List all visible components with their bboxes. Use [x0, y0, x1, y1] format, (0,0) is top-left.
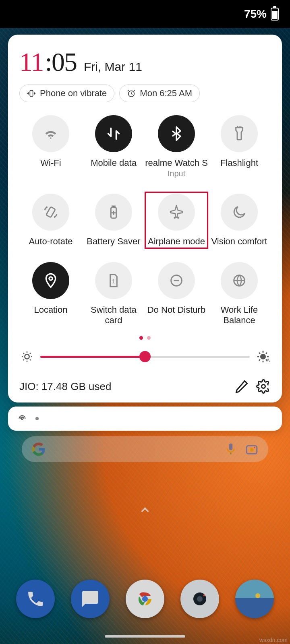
- status-chips: Phone on vibrate Mon 6:25 AM: [19, 85, 271, 102]
- tile-bluetooth[interactable]: realme Watch SInput: [145, 114, 208, 180]
- tile-switch-data[interactable]: Switch data card: [82, 260, 145, 327]
- google-icon: [31, 442, 46, 456]
- brightness-low-icon: [20, 350, 34, 363]
- gallery-app[interactable]: [235, 580, 274, 618]
- clock-minutes: :05: [45, 47, 77, 77]
- notification-collapsed[interactable]: [8, 407, 282, 431]
- tile-airplane-mode[interactable]: Airplane mode: [145, 192, 208, 248]
- alarm-chip-label: Mon 6:25 AM: [140, 88, 192, 99]
- tile-label: Vision comfort: [211, 236, 267, 247]
- tile-battery-saver[interactable]: Battery Saver: [82, 192, 145, 248]
- tile-work-life[interactable]: Work Life Balance: [208, 260, 271, 327]
- svg-point-3: [260, 354, 266, 359]
- tile-label: Do Not Disturb: [147, 305, 205, 315]
- chrome-app[interactable]: [126, 580, 164, 618]
- tile-auto-rotate[interactable]: Auto-rotate: [19, 192, 82, 248]
- globe-icon: [221, 262, 258, 299]
- tile-location[interactable]: Location: [19, 260, 82, 327]
- tile-label: Wi-Fi: [40, 158, 61, 168]
- date-label: Fri, Mar 11: [84, 60, 142, 74]
- tile-label: Battery Saver: [87, 236, 140, 247]
- svg-point-15: [203, 594, 205, 596]
- panel-footer: JIO: 17.48 GB used: [19, 374, 271, 394]
- tile-label: Location: [34, 305, 67, 315]
- svg-point-8: [250, 448, 254, 452]
- svg-rect-0: [30, 91, 33, 97]
- svg-point-6: [21, 418, 23, 419]
- brightness-slider[interactable]: [40, 349, 250, 365]
- home-screen: wsxdn.com: [0, 431, 290, 644]
- clock-row[interactable]: 11 :05 Fri, Mar 11: [19, 47, 271, 77]
- drawer-handle-icon[interactable]: [138, 503, 152, 518]
- google-search-bar[interactable]: [22, 436, 268, 462]
- rotate-icon: [32, 194, 69, 231]
- battery-percent: 75%: [244, 8, 267, 21]
- home-indicator[interactable]: [105, 635, 185, 638]
- watermark: wsxdn.com: [259, 637, 288, 643]
- batterysaver-icon: [95, 194, 132, 231]
- tile-label: realme Watch S: [145, 158, 208, 168]
- brightness-row: A: [19, 345, 271, 374]
- tile-flashlight[interactable]: Flashlight: [208, 114, 271, 180]
- camera-app[interactable]: [180, 580, 219, 618]
- pager-dot[interactable]: [139, 336, 143, 340]
- messages-app[interactable]: [71, 580, 110, 618]
- alarm-clock-icon: [127, 89, 136, 98]
- alarm-chip[interactable]: Mon 6:25 AM: [119, 85, 200, 102]
- edit-icon[interactable]: [234, 379, 249, 394]
- svg-point-2: [25, 354, 29, 359]
- moon-icon: [221, 194, 258, 231]
- airplane-icon: [158, 194, 195, 231]
- mic-icon[interactable]: [224, 442, 238, 456]
- lens-icon[interactable]: [245, 442, 259, 456]
- page-indicator[interactable]: [19, 336, 271, 340]
- phone-app[interactable]: [16, 580, 55, 618]
- svg-point-14: [197, 596, 203, 602]
- tile-wifi[interactable]: Wi-Fi: [19, 114, 82, 180]
- location-icon: [32, 262, 69, 299]
- pager-dot[interactable]: [147, 336, 151, 340]
- tile-label: Flashlight: [220, 158, 258, 168]
- tile-label: Work Life Balance: [208, 305, 271, 326]
- tile-dnd[interactable]: Do Not Disturb: [145, 260, 208, 327]
- svg-text:A: A: [267, 357, 270, 363]
- tile-sublabel: Input: [168, 169, 185, 178]
- tile-label: Mobile data: [91, 158, 137, 168]
- data-usage-label[interactable]: JIO: 17.48 GB used: [19, 380, 227, 393]
- dock: [0, 580, 290, 618]
- quick-settings-panel: 11 :05 Fri, Mar 11 Phone on vibrate Mon …: [8, 35, 282, 402]
- tile-label: Airplane mode: [148, 236, 205, 247]
- vibrate-chip-label: Phone on vibrate: [40, 88, 107, 99]
- tile-grid: Wi-FiMobile datarealme Watch SInputFlash…: [19, 114, 271, 327]
- vibrate-icon: [27, 89, 36, 98]
- sim-icon: [95, 262, 132, 299]
- brightness-auto-icon: A: [256, 350, 270, 363]
- dnd-icon: [158, 262, 195, 299]
- hotspot-icon: [17, 413, 27, 424]
- slider-fill: [40, 356, 145, 358]
- data-icon: [95, 115, 132, 152]
- svg-point-5: [262, 385, 265, 388]
- clock-hours: 11: [19, 47, 44, 77]
- vibrate-chip[interactable]: Phone on vibrate: [19, 85, 114, 102]
- tile-label: Auto-rotate: [29, 236, 73, 247]
- slider-thumb[interactable]: [139, 351, 151, 362]
- bluetooth-icon: [158, 115, 195, 152]
- tile-label: Switch data card: [82, 305, 145, 326]
- svg-point-9: [254, 447, 255, 448]
- tile-mobile-data[interactable]: Mobile data: [82, 114, 145, 180]
- status-bar: 75%: [0, 0, 290, 28]
- svg-point-16: [255, 593, 260, 598]
- flashlight-icon: [221, 115, 258, 152]
- battery-icon: [271, 8, 279, 21]
- notif-dot-icon: [35, 417, 39, 420]
- wifi-icon: [32, 115, 69, 152]
- settings-icon[interactable]: [256, 379, 271, 394]
- tile-vision-comfort[interactable]: Vision comfort: [208, 192, 271, 248]
